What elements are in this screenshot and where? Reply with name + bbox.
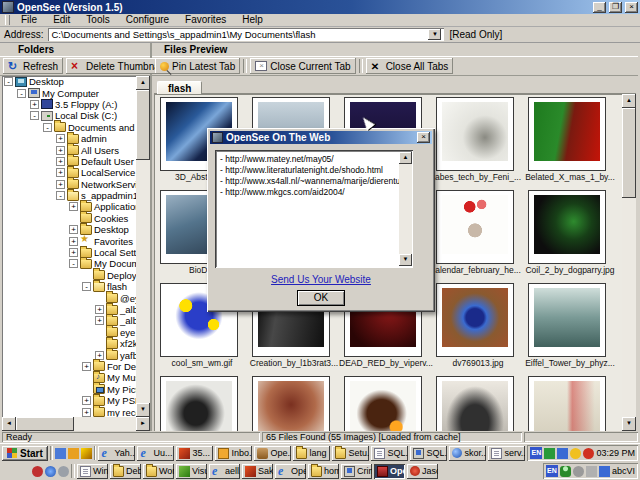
chevron-down-icon[interactable]: ▼ xyxy=(428,29,441,40)
task-button-crim[interactable]: Crim... xyxy=(341,464,372,479)
task-button-35[interactable]: 35... xyxy=(176,446,213,461)
collapse-icon[interactable]: - xyxy=(17,89,26,98)
expand-icon[interactable]: + xyxy=(56,146,65,155)
expand-icon[interactable]: + xyxy=(56,157,65,166)
expand-icon[interactable]: + xyxy=(69,237,78,246)
menu-edit[interactable]: Edit xyxy=(45,14,78,26)
thumbnail[interactable] xyxy=(528,190,606,264)
tree-item-yafbin-0-9[interactable]: +yafbin-0.9 xyxy=(2,349,136,360)
task-button-setu[interactable]: Setu... xyxy=(332,446,369,461)
expand-icon[interactable]: + xyxy=(82,362,91,371)
task-button-sql[interactable]: SQL... xyxy=(371,446,408,461)
task-button-home[interactable]: home xyxy=(308,464,339,479)
scroll-left-icon[interactable]: ◄ xyxy=(2,417,16,431)
tree-item-local-disk-c[interactable]: -Local Disk (C:) xyxy=(2,110,136,121)
url-item[interactable]: http://www.mkgcs.com/aid2004/ xyxy=(220,187,409,198)
blue-square-icon[interactable] xyxy=(557,448,568,459)
quicklaunch-icon[interactable] xyxy=(32,466,43,477)
expand-icon[interactable]: + xyxy=(95,305,104,314)
expand-icon[interactable]: + xyxy=(56,180,65,189)
tree-item-my-music[interactable]: My Music xyxy=(2,372,136,383)
ok-button[interactable]: OK xyxy=(297,290,345,306)
scroll-thumb[interactable] xyxy=(16,417,74,431)
expand-icon[interactable]: + xyxy=(56,134,65,143)
tree-item-application-data[interactable]: +Application Data xyxy=(2,201,136,212)
expand-icon[interactable]: + xyxy=(69,202,78,211)
green-square-icon[interactable] xyxy=(544,448,555,459)
tree-item-eye[interactable]: eye xyxy=(2,327,136,338)
task-button-ope[interactable]: Ope... xyxy=(374,464,405,479)
thumbnail[interactable] xyxy=(528,376,606,431)
thumbnail[interactable] xyxy=(252,376,330,431)
refresh-button[interactable]: Refresh xyxy=(3,58,63,74)
expand-icon[interactable]: + xyxy=(30,100,39,109)
dialog-close-button[interactable]: × xyxy=(417,132,430,143)
tree-item-album1[interactable]: +_album1 xyxy=(2,315,136,326)
address-input[interactable]: C:\Documents and Settings\s_appadmin1\My… xyxy=(48,28,444,41)
tree-item-my-computer[interactable]: -My Computer xyxy=(2,87,136,98)
tree-item-my-received-fi[interactable]: +my received fi xyxy=(2,406,136,417)
tree-item-flash[interactable]: -flash xyxy=(2,281,136,292)
minimize-button[interactable]: _ xyxy=(593,2,606,13)
collapse-icon[interactable]: - xyxy=(82,282,91,291)
button-close-current-tab[interactable]: Close Current Tab xyxy=(250,58,355,74)
start-button[interactable]: Start xyxy=(2,446,48,461)
tree-item-my-pictures[interactable]: My Pictures xyxy=(2,384,136,395)
menu-favorites[interactable]: Favorites xyxy=(177,14,234,26)
task-button-debug[interactable]: Debug xyxy=(110,464,141,479)
thumbnail[interactable] xyxy=(436,190,514,264)
thumbnail[interactable] xyxy=(436,97,514,171)
language-indicator-icon[interactable]: EN xyxy=(546,465,558,477)
tree-item-desktop[interactable]: -Desktop xyxy=(2,76,136,87)
tree-item-desktop[interactable]: +Desktop xyxy=(2,224,136,235)
list-scrollbar[interactable]: ▲ ▼ xyxy=(399,152,412,266)
quicklaunch-icon[interactable] xyxy=(81,448,92,459)
tree-item-album[interactable]: +_album xyxy=(2,304,136,315)
send-us-your-website-link[interactable]: Send Us Your Website xyxy=(207,274,435,285)
menu-tools[interactable]: Tools xyxy=(78,14,117,26)
url-item[interactable]: http://www.xs4all.nl/~wannema/marije/die… xyxy=(220,176,409,187)
scroll-up-icon[interactable]: ▲ xyxy=(136,76,150,90)
maximize-button[interactable]: ❐ xyxy=(609,2,622,13)
expand-icon[interactable]: + xyxy=(82,396,91,405)
scroll-right-icon[interactable]: ► xyxy=(136,417,150,431)
tree-item-local-settings[interactable]: +Local Settings xyxy=(2,247,136,258)
task-button-skor[interactable]: skor... xyxy=(449,446,486,461)
expand-icon[interactable]: + xyxy=(82,408,91,417)
tree-item-my-psp8-files[interactable]: +My PSP8 Files xyxy=(2,395,136,406)
tree-item-cookies[interactable]: Cookies xyxy=(2,213,136,224)
menu-help[interactable]: Help xyxy=(234,14,271,26)
task-button-yah[interactable]: Yah... xyxy=(98,446,135,461)
thumbnail[interactable] xyxy=(344,376,422,431)
tree-item-s-appadmin1[interactable]: -s_appadmin1 xyxy=(2,190,136,201)
scroll-thumb[interactable] xyxy=(622,108,636,198)
scroll-up-icon[interactable]: ▲ xyxy=(622,94,636,108)
task-button-visu[interactable]: Visu... xyxy=(176,464,207,479)
task-button-ope[interactable]: Ope... xyxy=(254,446,291,461)
thumbnail[interactable] xyxy=(528,283,606,357)
scroll-up-icon[interactable]: ▲ xyxy=(399,152,412,164)
url-listbox[interactable]: http://www.matey.net/may05/http://www.li… xyxy=(215,150,413,268)
tree-item-eye[interactable]: @eye xyxy=(2,292,136,303)
tree-item-my-documents[interactable]: -My Documents xyxy=(2,258,136,269)
tree-item-3-5-floppy-a[interactable]: +3.5 Floppy (A:) xyxy=(2,99,136,110)
scroll-down-icon[interactable]: ▼ xyxy=(622,417,636,431)
expand-icon[interactable]: + xyxy=(69,225,78,234)
scroll-down-icon[interactable]: ▼ xyxy=(399,254,412,266)
tree-item-deployment[interactable]: Deployment xyxy=(2,270,136,281)
thumbnail[interactable] xyxy=(160,376,238,431)
tree-vertical-scrollbar[interactable]: ▲ ▼ xyxy=(136,76,150,417)
quicklaunch-icon[interactable] xyxy=(55,448,66,459)
yellow-clock-icon[interactable] xyxy=(570,448,581,459)
expand-icon[interactable]: + xyxy=(95,351,104,360)
quicklaunch-icon[interactable] xyxy=(45,466,56,477)
close-button[interactable]: × xyxy=(625,2,638,13)
button-pin-latest-tab[interactable]: Pin Latest Tab xyxy=(155,58,240,74)
task-button-serv[interactable]: serv... xyxy=(488,446,525,461)
collapse-icon[interactable]: - xyxy=(43,123,52,132)
menu-configure[interactable]: Configure xyxy=(118,14,177,26)
task-button-ope[interactable]: Ope... xyxy=(275,464,306,479)
task-button-win[interactable]: Win... xyxy=(77,464,108,479)
quicklaunch-icon[interactable] xyxy=(68,448,79,459)
expand-icon[interactable]: + xyxy=(56,168,65,177)
